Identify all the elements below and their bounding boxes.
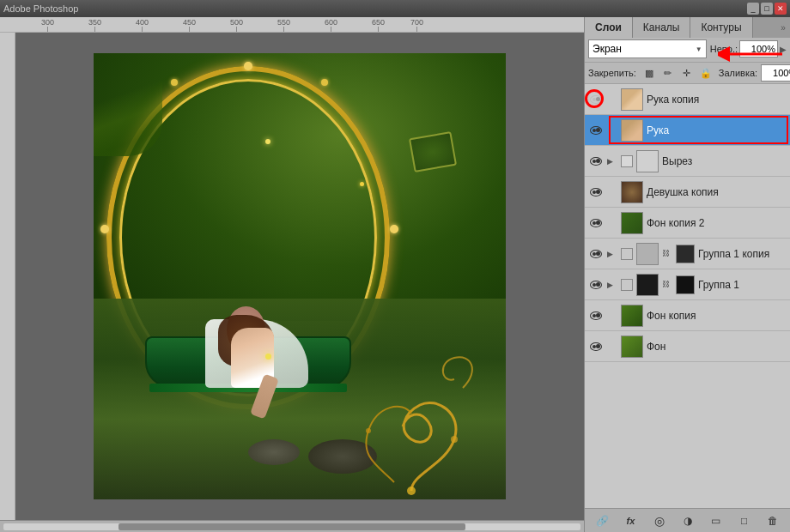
- scrollbar-thumb-h[interactable]: [118, 523, 465, 530]
- layer-item-fon-kopiya[interactable]: Фон копия: [585, 300, 790, 331]
- layer-visibility-devushka[interactable]: [588, 184, 604, 200]
- scrollbar-track-h[interactable]: [3, 523, 580, 530]
- layer-item-gruppa1-kopiya[interactable]: ▶ ⛓ Группа 1 копия: [585, 239, 790, 269]
- svg-point-1: [451, 436, 458, 443]
- layer-thumb-ruka: [621, 119, 643, 142]
- layer-link-btn[interactable]: 🔗: [594, 512, 611, 529]
- canvas-image[interactable]: [94, 53, 506, 499]
- ruler-left: [0, 33, 15, 520]
- tab-spacer: [753, 17, 776, 38]
- layer-item-ruka[interactable]: Рука: [585, 115, 790, 146]
- lock-paint-btn[interactable]: ✏: [660, 65, 676, 81]
- ruler-mark-650: 650: [372, 18, 385, 32]
- layer-item-fon[interactable]: Фон: [585, 331, 790, 362]
- eye-icon-fon[interactable]: [590, 342, 602, 351]
- tab-paths[interactable]: Контуры: [690, 17, 752, 38]
- willow-leaves: [94, 53, 162, 156]
- sparkle1: [265, 139, 270, 144]
- layer-visibility-ruka-kopiya[interactable]: [588, 92, 604, 107]
- ruler-mark-450: 450: [183, 18, 196, 32]
- lock-icons: ▩ ✏ ✛ 🔒: [641, 65, 714, 81]
- fill-number: 100%: [773, 68, 790, 78]
- layer-visibility-fon[interactable]: [588, 339, 604, 354]
- circle-dot-topright: [321, 79, 328, 86]
- ruler-mark-300: 300: [41, 18, 54, 32]
- lock-transparency-btn[interactable]: ▩: [641, 65, 657, 81]
- layer-visibility-fon-kopiya[interactable]: [588, 308, 604, 323]
- layer-visibility-gruppa1-kopiya[interactable]: [588, 246, 604, 262]
- layer-visibility-ruka[interactable]: [588, 123, 604, 138]
- layer-arrow-gruppa1-kopiya[interactable]: ▶: [607, 250, 617, 258]
- layer-fx-btn[interactable]: fx: [623, 512, 640, 529]
- canvas-area: 300 350 400 450 500 550 600 650 700: [0, 17, 584, 532]
- eye-icon-fon-kopiya[interactable]: [590, 311, 602, 320]
- maximize-button[interactable]: □: [761, 3, 773, 15]
- minimize-button[interactable]: _: [747, 3, 759, 15]
- layer-arrow-vyrez[interactable]: ▶: [607, 157, 617, 166]
- opacity-value[interactable]: 100%: [739, 40, 778, 57]
- panel-collapse-btn[interactable]: »: [776, 17, 790, 38]
- layer-mask-btn[interactable]: ◎: [651, 512, 668, 529]
- fill-value[interactable]: 100%: [761, 64, 790, 82]
- layer-item-fon-kopiya2[interactable]: Фон копия 2: [585, 208, 790, 239]
- layer-visibility-vyrez[interactable]: [588, 154, 604, 169]
- panel-tabs: Слои Каналы Контуры »: [585, 17, 790, 38]
- layer-delete-btn[interactable]: 🗑: [764, 512, 781, 529]
- canvas-wrapper[interactable]: [0, 33, 584, 520]
- layer-thumb-fon-kopiya: [621, 305, 643, 327]
- eye-icon-fon-kopiya2[interactable]: [590, 219, 602, 227]
- eye-icon-vyrez[interactable]: [590, 157, 602, 166]
- lock-all-btn[interactable]: 🔒: [698, 65, 714, 81]
- eye-icon-ruka-kopiya[interactable]: [590, 95, 602, 104]
- layer-thumb-gruppa1-kopiya: [636, 243, 659, 265]
- eye-icon-gruppa1[interactable]: [590, 281, 602, 289]
- rock1: [248, 439, 300, 465]
- ruler-mark-600: 600: [325, 18, 337, 32]
- layer-name-gruppa1-kopiya: Группа 1 копия: [698, 248, 787, 260]
- layer-folder-btn[interactable]: ▭: [708, 512, 725, 529]
- close-button[interactable]: ✕: [775, 3, 787, 15]
- diamond-pattern: [409, 131, 457, 172]
- fantasy-scene: [94, 53, 506, 499]
- ruler-mark-400: 400: [136, 18, 149, 32]
- blend-line: Экран Непр.: 100% ▶: [588, 39, 787, 58]
- eye-icon-ruka[interactable]: [590, 126, 602, 135]
- layer-name-fon-kopiya2: Фон копия 2: [647, 217, 787, 229]
- layer-item-vyrez[interactable]: ▶ Вырез: [585, 146, 790, 177]
- main-window: Adobe Photoshop _ □ ✕ 300 350 400 450 50…: [0, 0, 790, 532]
- layer-mask-gruppa1: [676, 275, 695, 294]
- layer-item-gruppa1[interactable]: ▶ ⛓ Группа 1: [585, 269, 790, 300]
- tab-layers[interactable]: Слои: [585, 17, 633, 38]
- layer-arrow-gruppa1[interactable]: ▶: [607, 281, 617, 289]
- ruler-mark-700: 700: [410, 18, 423, 32]
- layer-item-ruka-kopiya[interactable]: Рука копия: [585, 84, 790, 115]
- layer-bottom-bar: 🔗 fx ◎ ◑ ▭ □ 🗑: [585, 508, 790, 532]
- layer-thumb-fon: [621, 336, 643, 358]
- layer-visibility-gruppa1[interactable]: [588, 277, 604, 293]
- layer-item-devushka[interactable]: Девушка копия: [585, 177, 790, 208]
- opacity-arrow-btn[interactable]: ▶: [780, 45, 787, 54]
- circle-dot-top: [244, 62, 252, 70]
- blend-opacity-container: Экран Непр.: 100% ▶: [585, 38, 790, 63]
- lock-move-btn[interactable]: ✛: [679, 65, 695, 81]
- ruler-mark-350: 350: [88, 18, 101, 32]
- blend-mode-value: Экран: [592, 43, 622, 55]
- layer-name-gruppa1: Группа 1: [698, 279, 787, 291]
- layer-folder-gruppa1-kopiya: [621, 248, 633, 260]
- tab-channels[interactable]: Каналы: [633, 17, 691, 38]
- layer-visibility-fon-kopiya2[interactable]: [588, 215, 604, 231]
- layer-thumb-vyrez: [636, 150, 659, 172]
- layer-name-devushka: Девушка копия: [647, 186, 787, 198]
- layer-list[interactable]: Рука копия Рука: [585, 84, 790, 508]
- eye-icon-devushka[interactable]: [590, 188, 602, 196]
- layer-new-btn[interactable]: □: [736, 512, 753, 529]
- ruler-mark-550: 550: [277, 18, 290, 32]
- blend-mode-dropdown[interactable]: Экран: [588, 39, 707, 58]
- eye-icon-gruppa1-kopiya[interactable]: [590, 250, 602, 258]
- horizontal-scrollbar[interactable]: [0, 520, 584, 532]
- ruler-mark-500: 500: [230, 18, 243, 32]
- lock-label: Закрепить:: [588, 68, 636, 78]
- layer-name-fon: Фон: [647, 341, 787, 353]
- layer-adjustment-btn[interactable]: ◑: [679, 512, 696, 529]
- circle-dot-right: [390, 225, 398, 233]
